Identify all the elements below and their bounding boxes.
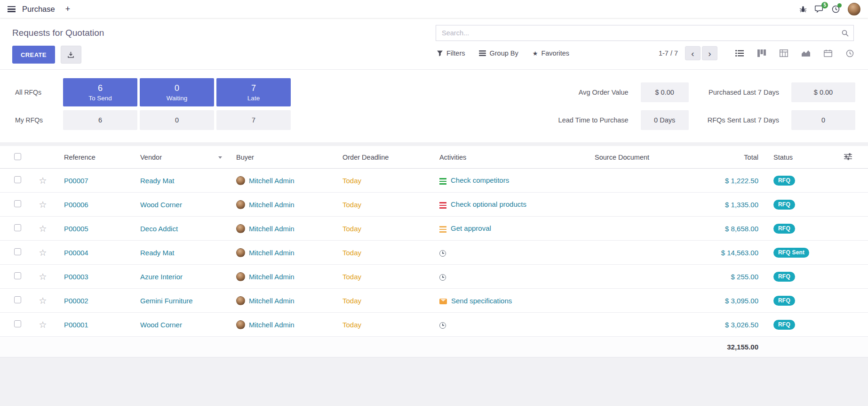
favorite-star-icon[interactable]: ☆	[39, 320, 47, 329]
table-row[interactable]: ☆ P00001 Wood Corner Mitchell Admin Toda…	[0, 313, 868, 337]
col-header-source-document[interactable]: Source Document	[587, 154, 701, 161]
table-row[interactable]: ☆ P00004 Ready Mat Mitchell Admin Today …	[0, 241, 868, 265]
order-deadline: Today	[342, 297, 361, 305]
apps-menu-icon[interactable]	[8, 6, 16, 12]
to-send-filter-box[interactable]: 6 To Send	[63, 78, 137, 106]
buyer-link[interactable]: Mitchell Admin	[249, 201, 295, 209]
debug-bug-icon[interactable]	[799, 6, 807, 13]
activity-icon[interactable]	[439, 178, 446, 185]
messages-icon[interactable]: 5	[815, 5, 824, 13]
col-header-reference[interactable]: Reference	[56, 154, 133, 161]
sort-caret-icon	[218, 156, 222, 161]
vendor-link[interactable]: Gemini Furniture	[140, 297, 193, 305]
new-tab-icon[interactable]: +	[65, 5, 71, 13]
select-all-checkbox[interactable]	[14, 153, 21, 160]
activity-icon[interactable]	[439, 226, 446, 233]
row-checkbox[interactable]	[14, 200, 21, 207]
reference-link[interactable]: P00004	[64, 249, 88, 257]
activity-icon[interactable]	[439, 202, 446, 209]
search-box[interactable]	[436, 25, 854, 41]
pager-next-button[interactable]: ›	[702, 46, 717, 60]
late-filter-box[interactable]: 7 Late	[216, 78, 291, 106]
col-header-buyer[interactable]: Buyer	[229, 154, 335, 161]
vendor-link[interactable]: Ready Mat	[140, 177, 175, 185]
vendor-link[interactable]: Deco Addict	[140, 225, 178, 233]
favorite-star-icon[interactable]: ☆	[39, 200, 47, 209]
reference-link[interactable]: P00002	[64, 297, 88, 305]
activity-clock-icon[interactable]	[439, 274, 446, 281]
favorite-star-icon[interactable]: ☆	[39, 224, 47, 233]
search-icon[interactable]	[841, 29, 849, 39]
optional-columns-icon[interactable]	[844, 153, 852, 162]
view-calendar-button[interactable]	[824, 49, 832, 57]
view-activity-button[interactable]	[846, 49, 854, 57]
buyer-link[interactable]: Mitchell Admin	[249, 297, 295, 305]
reference-link[interactable]: P00003	[64, 273, 88, 281]
activity-clock-icon[interactable]	[439, 322, 446, 329]
export-button[interactable]	[61, 46, 81, 64]
buyer-link[interactable]: Mitchell Admin	[249, 249, 295, 257]
col-header-order-deadline[interactable]: Order Deadline	[335, 154, 432, 161]
table-footer: 32,155.00	[0, 337, 868, 357]
create-button[interactable]: CREATE	[12, 46, 55, 64]
buyer-link[interactable]: Mitchell Admin	[249, 321, 295, 329]
favorite-star-icon[interactable]: ☆	[39, 176, 47, 185]
vendor-link[interactable]: Wood Corner	[140, 321, 182, 329]
table-row[interactable]: ☆ P00002 Gemini Furniture Mitchell Admin…	[0, 289, 868, 313]
vendor-link[interactable]: Azure Interior	[140, 273, 183, 281]
activity-label[interactable]: Check competitors	[451, 176, 509, 184]
app-name[interactable]: Purchase	[22, 5, 55, 14]
activity-clock-icon[interactable]	[439, 250, 446, 257]
status-badge: RFQ	[773, 320, 795, 330]
reference-link[interactable]: P00006	[64, 201, 88, 209]
my-to-send-filter-box[interactable]: 6	[63, 110, 137, 130]
view-pivot-button[interactable]	[780, 49, 788, 57]
waiting-filter-box[interactable]: 0 Waiting	[140, 78, 214, 106]
row-checkbox[interactable]	[14, 320, 21, 327]
reference-link[interactable]: P00001	[64, 321, 88, 329]
table-row[interactable]: ☆ P00007 Ready Mat Mitchell Admin Today …	[0, 169, 868, 193]
view-kanban-button[interactable]	[757, 49, 766, 57]
table-row[interactable]: ☆ P00005 Deco Addict Mitchell Admin Toda…	[0, 217, 868, 241]
vendor-link[interactable]: Wood Corner	[140, 201, 182, 209]
table-header: Reference Vendor Buyer Order Deadline Ac…	[0, 146, 868, 169]
search-input[interactable]	[436, 25, 853, 41]
activity-label[interactable]: Check optional products	[451, 200, 526, 208]
col-header-status[interactable]: Status	[766, 154, 828, 161]
filters-button[interactable]: Filters	[436, 48, 466, 59]
favorite-star-icon[interactable]: ☆	[39, 272, 47, 281]
view-list-button[interactable]	[735, 49, 744, 57]
activity-label[interactable]: Send specifications	[451, 297, 512, 305]
buyer-link[interactable]: Mitchell Admin	[249, 225, 295, 233]
order-deadline: Today	[342, 273, 361, 281]
col-header-vendor[interactable]: Vendor	[133, 154, 229, 161]
row-checkbox[interactable]	[14, 296, 21, 303]
table-row[interactable]: ☆ P00006 Wood Corner Mitchell Admin Toda…	[0, 193, 868, 217]
col-header-activities[interactable]: Activities	[432, 154, 587, 161]
favorites-button[interactable]: ★ Favorites	[532, 48, 570, 59]
col-header-total[interactable]: Total	[701, 154, 766, 161]
row-checkbox[interactable]	[14, 272, 21, 279]
activity-label[interactable]: Get approval	[451, 224, 491, 232]
group-by-button[interactable]: Group By	[478, 48, 519, 59]
table-row[interactable]: ☆ P00003 Azure Interior Mitchell Admin T…	[0, 265, 868, 289]
pager-range: 1-7 / 7	[659, 49, 678, 57]
buyer-link[interactable]: Mitchell Admin	[249, 273, 295, 281]
vendor-link[interactable]: Ready Mat	[140, 249, 175, 257]
row-checkbox[interactable]	[14, 248, 21, 255]
favorite-star-icon[interactable]: ☆	[39, 296, 47, 305]
user-avatar[interactable]	[848, 3, 860, 16]
activities-badge	[837, 3, 842, 8]
view-graph-button[interactable]	[802, 49, 810, 57]
activity-mail-icon[interactable]	[439, 299, 447, 304]
my-waiting-filter-box[interactable]: 0	[140, 110, 214, 130]
favorite-star-icon[interactable]: ☆	[39, 248, 47, 257]
my-late-filter-box[interactable]: 7	[216, 110, 291, 130]
activities-clock-icon[interactable]	[832, 5, 840, 13]
row-checkbox[interactable]	[14, 176, 21, 183]
buyer-link[interactable]: Mitchell Admin	[249, 177, 295, 185]
row-checkbox[interactable]	[14, 224, 21, 231]
pager-previous-button[interactable]: ‹	[685, 46, 701, 60]
reference-link[interactable]: P00007	[64, 177, 88, 185]
reference-link[interactable]: P00005	[64, 225, 88, 233]
